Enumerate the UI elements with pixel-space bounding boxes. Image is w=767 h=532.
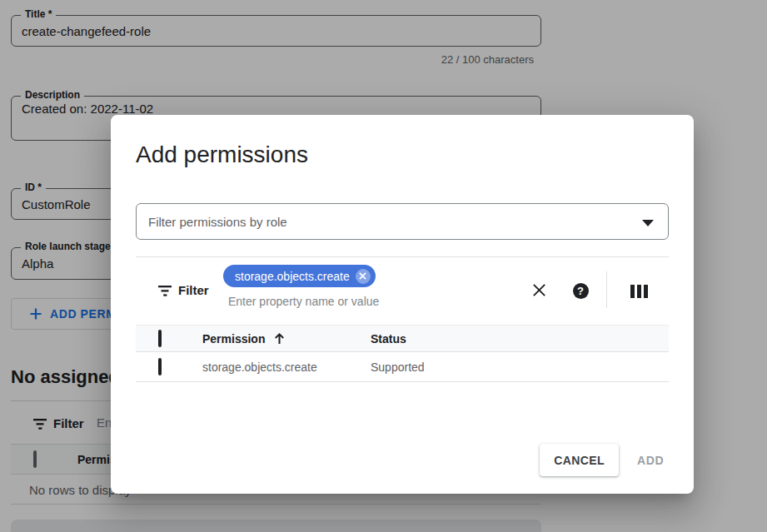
- help-icon: ?: [573, 283, 589, 299]
- row-checkbox[interactable]: [158, 358, 162, 375]
- toolbar-divider: [136, 256, 669, 257]
- cancel-button[interactable]: CANCEL: [540, 444, 619, 476]
- filter-chip[interactable]: storage.objects.create: [223, 265, 376, 287]
- permission-table-row[interactable]: storage.objects.create Supported: [136, 352, 669, 382]
- status-column-header[interactable]: Status: [371, 326, 406, 351]
- select-all-checkbox[interactable]: [158, 330, 162, 347]
- columns-icon: [630, 285, 648, 298]
- dialog-table-header: Permission Status: [136, 325, 669, 352]
- status-cell: Supported: [371, 352, 425, 381]
- filter-permissions-by-role-select[interactable]: Filter permissions by role: [136, 203, 669, 240]
- toolbar-vertical-divider: [606, 271, 607, 308]
- sort-ascending-icon: [272, 326, 286, 351]
- permission-cell: storage.objects.create: [202, 352, 317, 381]
- dialog-title: Add permissions: [136, 142, 308, 168]
- role-select-placeholder: Filter permissions by role: [148, 204, 287, 239]
- permission-column-header[interactable]: Permission: [202, 326, 265, 351]
- filter-icon: [158, 285, 172, 300]
- add-permissions-dialog: Add permissions Filter permissions by ro…: [111, 115, 694, 494]
- dropdown-arrow-icon: [642, 220, 654, 226]
- help-button[interactable]: ?: [571, 281, 590, 300]
- column-display-options-button[interactable]: [630, 282, 648, 301]
- add-button[interactable]: ADD: [630, 444, 670, 476]
- chip-remove-button[interactable]: [356, 269, 371, 284]
- dialog-filter-input[interactable]: [228, 295, 436, 308]
- clear-filters-button[interactable]: [530, 281, 548, 299]
- filter-chip-label: storage.objects.create: [235, 270, 350, 283]
- dialog-filter-label: Filter: [178, 283, 209, 297]
